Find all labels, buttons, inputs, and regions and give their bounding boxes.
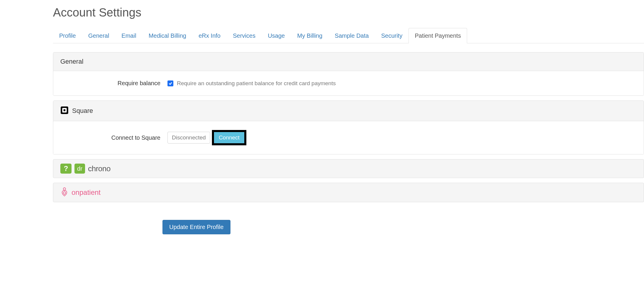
- drchrono-panel[interactable]: ? dr chrono: [53, 159, 644, 178]
- general-panel-header: General: [53, 52, 644, 71]
- tab-general[interactable]: General: [82, 28, 115, 43]
- square-panel-header: Square: [53, 101, 644, 121]
- onpatient-text: onpatient: [72, 188, 101, 197]
- tab-security[interactable]: Security: [375, 28, 409, 43]
- svg-point-3: [63, 188, 66, 190]
- check-icon: [168, 81, 172, 85]
- svg-rect-2: [64, 109, 65, 111]
- onpatient-panel[interactable]: onpatient: [53, 183, 644, 202]
- tab-email[interactable]: Email: [115, 28, 142, 43]
- tab-sample-data[interactable]: Sample Data: [328, 28, 375, 43]
- page-title: Account Settings: [53, 6, 644, 19]
- require-balance-checkbox[interactable]: [167, 80, 173, 86]
- drchrono-logo: ? dr chrono: [60, 164, 111, 174]
- tab-usage[interactable]: Usage: [262, 28, 291, 43]
- square-panel: Square Connect to Square Disconnected Co…: [53, 101, 644, 154]
- tab-services[interactable]: Services: [227, 28, 262, 43]
- require-balance-label: Require balance: [60, 80, 160, 87]
- dr-logo-box: dr: [74, 164, 85, 174]
- tab-medical-billing[interactable]: Medical Billing: [142, 28, 192, 43]
- tab-bar: Profile General Email Medical Billing eR…: [53, 28, 644, 43]
- require-balance-help-text: Require an outstanding patient balance f…: [177, 80, 336, 87]
- question-icon: ?: [60, 164, 72, 174]
- tab-patient-payments[interactable]: Patient Payments: [409, 28, 467, 43]
- tab-erx-info[interactable]: eRx Info: [192, 28, 227, 43]
- square-section-title: Square: [72, 107, 93, 115]
- general-panel: General Require balance Require an outst…: [53, 52, 644, 96]
- tab-profile[interactable]: Profile: [53, 28, 82, 43]
- onpatient-logo: onpatient: [60, 187, 101, 198]
- general-section-title: General: [60, 58, 83, 65]
- tab-my-billing[interactable]: My Billing: [291, 28, 329, 43]
- onpatient-icon: [60, 187, 69, 198]
- connect-to-square-label: Connect to Square: [60, 134, 160, 141]
- connect-button[interactable]: Connect: [212, 130, 246, 145]
- square-status-badge: Disconnected: [167, 132, 210, 144]
- square-icon: [60, 106, 69, 116]
- update-entire-profile-button[interactable]: Update Entire Profile: [162, 220, 230, 234]
- chrono-text: chrono: [88, 164, 111, 173]
